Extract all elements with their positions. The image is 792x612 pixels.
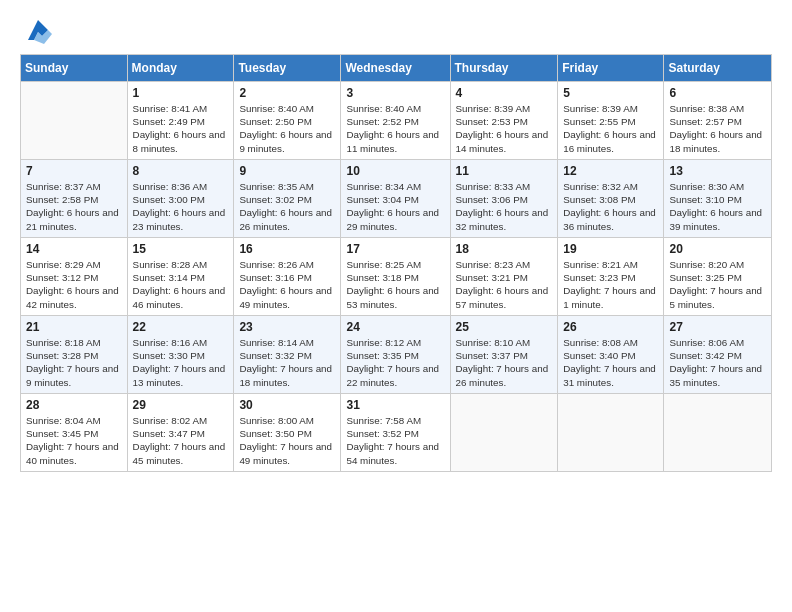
col-wednesday: Wednesday: [341, 55, 450, 82]
day-info: Sunrise: 8:00 AMSunset: 3:50 PMDaylight:…: [239, 414, 335, 467]
day-info: Sunrise: 8:30 AMSunset: 3:10 PMDaylight:…: [669, 180, 766, 233]
table-row: 24Sunrise: 8:12 AMSunset: 3:35 PMDayligh…: [341, 316, 450, 394]
day-number: 12: [563, 164, 658, 178]
day-info: Sunrise: 8:26 AMSunset: 3:16 PMDaylight:…: [239, 258, 335, 311]
day-number: 22: [133, 320, 229, 334]
day-info: Sunrise: 8:02 AMSunset: 3:47 PMDaylight:…: [133, 414, 229, 467]
table-row: 22Sunrise: 8:16 AMSunset: 3:30 PMDayligh…: [127, 316, 234, 394]
day-number: 27: [669, 320, 766, 334]
table-row: 29Sunrise: 8:02 AMSunset: 3:47 PMDayligh…: [127, 394, 234, 472]
table-row: 19Sunrise: 8:21 AMSunset: 3:23 PMDayligh…: [558, 238, 664, 316]
day-number: 19: [563, 242, 658, 256]
table-row: 21Sunrise: 8:18 AMSunset: 3:28 PMDayligh…: [21, 316, 128, 394]
day-info: Sunrise: 8:23 AMSunset: 3:21 PMDaylight:…: [456, 258, 553, 311]
table-row: 3Sunrise: 8:40 AMSunset: 2:52 PMDaylight…: [341, 82, 450, 160]
day-info: Sunrise: 8:18 AMSunset: 3:28 PMDaylight:…: [26, 336, 122, 389]
day-number: 1: [133, 86, 229, 100]
day-info: Sunrise: 8:40 AMSunset: 2:52 PMDaylight:…: [346, 102, 444, 155]
day-info: Sunrise: 8:39 AMSunset: 2:53 PMDaylight:…: [456, 102, 553, 155]
table-row: 4Sunrise: 8:39 AMSunset: 2:53 PMDaylight…: [450, 82, 558, 160]
day-number: 4: [456, 86, 553, 100]
day-info: Sunrise: 8:08 AMSunset: 3:40 PMDaylight:…: [563, 336, 658, 389]
table-row: [21, 82, 128, 160]
table-row: 27Sunrise: 8:06 AMSunset: 3:42 PMDayligh…: [664, 316, 772, 394]
table-row: 30Sunrise: 8:00 AMSunset: 3:50 PMDayligh…: [234, 394, 341, 472]
col-thursday: Thursday: [450, 55, 558, 82]
day-info: Sunrise: 8:16 AMSunset: 3:30 PMDaylight:…: [133, 336, 229, 389]
day-info: Sunrise: 8:36 AMSunset: 3:00 PMDaylight:…: [133, 180, 229, 233]
day-number: 17: [346, 242, 444, 256]
day-info: Sunrise: 8:04 AMSunset: 3:45 PMDaylight:…: [26, 414, 122, 467]
table-row: 23Sunrise: 8:14 AMSunset: 3:32 PMDayligh…: [234, 316, 341, 394]
table-row: 6Sunrise: 8:38 AMSunset: 2:57 PMDaylight…: [664, 82, 772, 160]
day-number: 20: [669, 242, 766, 256]
col-tuesday: Tuesday: [234, 55, 341, 82]
day-number: 11: [456, 164, 553, 178]
day-number: 9: [239, 164, 335, 178]
day-number: 29: [133, 398, 229, 412]
calendar-week-row: 14Sunrise: 8:29 AMSunset: 3:12 PMDayligh…: [21, 238, 772, 316]
table-row: 20Sunrise: 8:20 AMSunset: 3:25 PMDayligh…: [664, 238, 772, 316]
day-number: 13: [669, 164, 766, 178]
table-row: 28Sunrise: 8:04 AMSunset: 3:45 PMDayligh…: [21, 394, 128, 472]
day-number: 31: [346, 398, 444, 412]
day-number: 3: [346, 86, 444, 100]
day-info: Sunrise: 8:33 AMSunset: 3:06 PMDaylight:…: [456, 180, 553, 233]
logo-icon: [24, 16, 52, 44]
table-row: 26Sunrise: 8:08 AMSunset: 3:40 PMDayligh…: [558, 316, 664, 394]
day-number: 23: [239, 320, 335, 334]
day-info: Sunrise: 8:29 AMSunset: 3:12 PMDaylight:…: [26, 258, 122, 311]
day-info: Sunrise: 7:58 AMSunset: 3:52 PMDaylight:…: [346, 414, 444, 467]
day-info: Sunrise: 8:37 AMSunset: 2:58 PMDaylight:…: [26, 180, 122, 233]
day-info: Sunrise: 8:10 AMSunset: 3:37 PMDaylight:…: [456, 336, 553, 389]
day-info: Sunrise: 8:06 AMSunset: 3:42 PMDaylight:…: [669, 336, 766, 389]
day-number: 15: [133, 242, 229, 256]
day-info: Sunrise: 8:39 AMSunset: 2:55 PMDaylight:…: [563, 102, 658, 155]
day-number: 16: [239, 242, 335, 256]
day-number: 24: [346, 320, 444, 334]
table-row: [664, 394, 772, 472]
table-row: [450, 394, 558, 472]
day-info: Sunrise: 8:35 AMSunset: 3:02 PMDaylight:…: [239, 180, 335, 233]
table-row: 16Sunrise: 8:26 AMSunset: 3:16 PMDayligh…: [234, 238, 341, 316]
table-row: 13Sunrise: 8:30 AMSunset: 3:10 PMDayligh…: [664, 160, 772, 238]
calendar-table: Sunday Monday Tuesday Wednesday Thursday…: [20, 54, 772, 472]
table-row: 14Sunrise: 8:29 AMSunset: 3:12 PMDayligh…: [21, 238, 128, 316]
table-row: 10Sunrise: 8:34 AMSunset: 3:04 PMDayligh…: [341, 160, 450, 238]
day-number: 7: [26, 164, 122, 178]
table-row: 17Sunrise: 8:25 AMSunset: 3:18 PMDayligh…: [341, 238, 450, 316]
day-info: Sunrise: 8:25 AMSunset: 3:18 PMDaylight:…: [346, 258, 444, 311]
day-number: 21: [26, 320, 122, 334]
day-info: Sunrise: 8:34 AMSunset: 3:04 PMDaylight:…: [346, 180, 444, 233]
col-monday: Monday: [127, 55, 234, 82]
col-sunday: Sunday: [21, 55, 128, 82]
day-info: Sunrise: 8:20 AMSunset: 3:25 PMDaylight:…: [669, 258, 766, 311]
table-row: 31Sunrise: 7:58 AMSunset: 3:52 PMDayligh…: [341, 394, 450, 472]
day-number: 25: [456, 320, 553, 334]
day-info: Sunrise: 8:21 AMSunset: 3:23 PMDaylight:…: [563, 258, 658, 311]
day-info: Sunrise: 8:14 AMSunset: 3:32 PMDaylight:…: [239, 336, 335, 389]
col-friday: Friday: [558, 55, 664, 82]
col-saturday: Saturday: [664, 55, 772, 82]
table-row: 11Sunrise: 8:33 AMSunset: 3:06 PMDayligh…: [450, 160, 558, 238]
day-info: Sunrise: 8:40 AMSunset: 2:50 PMDaylight:…: [239, 102, 335, 155]
day-number: 30: [239, 398, 335, 412]
day-info: Sunrise: 8:12 AMSunset: 3:35 PMDaylight:…: [346, 336, 444, 389]
header: [20, 16, 772, 44]
day-number: 6: [669, 86, 766, 100]
calendar-week-row: 21Sunrise: 8:18 AMSunset: 3:28 PMDayligh…: [21, 316, 772, 394]
day-number: 10: [346, 164, 444, 178]
day-info: Sunrise: 8:28 AMSunset: 3:14 PMDaylight:…: [133, 258, 229, 311]
day-number: 28: [26, 398, 122, 412]
table-row: 2Sunrise: 8:40 AMSunset: 2:50 PMDaylight…: [234, 82, 341, 160]
day-number: 14: [26, 242, 122, 256]
day-number: 8: [133, 164, 229, 178]
table-row: 12Sunrise: 8:32 AMSunset: 3:08 PMDayligh…: [558, 160, 664, 238]
day-number: 5: [563, 86, 658, 100]
calendar-week-row: 1Sunrise: 8:41 AMSunset: 2:49 PMDaylight…: [21, 82, 772, 160]
day-info: Sunrise: 8:38 AMSunset: 2:57 PMDaylight:…: [669, 102, 766, 155]
calendar-week-row: 28Sunrise: 8:04 AMSunset: 3:45 PMDayligh…: [21, 394, 772, 472]
day-info: Sunrise: 8:32 AMSunset: 3:08 PMDaylight:…: [563, 180, 658, 233]
day-number: 2: [239, 86, 335, 100]
table-row: 1Sunrise: 8:41 AMSunset: 2:49 PMDaylight…: [127, 82, 234, 160]
